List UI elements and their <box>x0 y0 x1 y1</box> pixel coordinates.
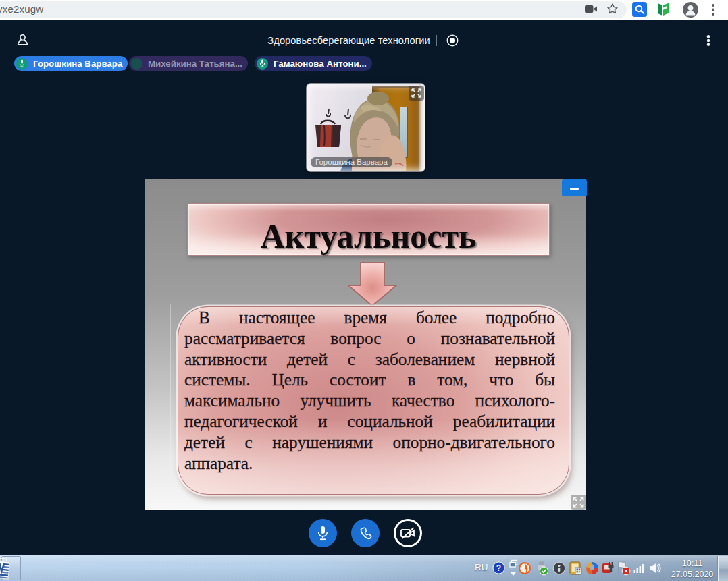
svg-text:?: ? <box>496 563 501 573</box>
